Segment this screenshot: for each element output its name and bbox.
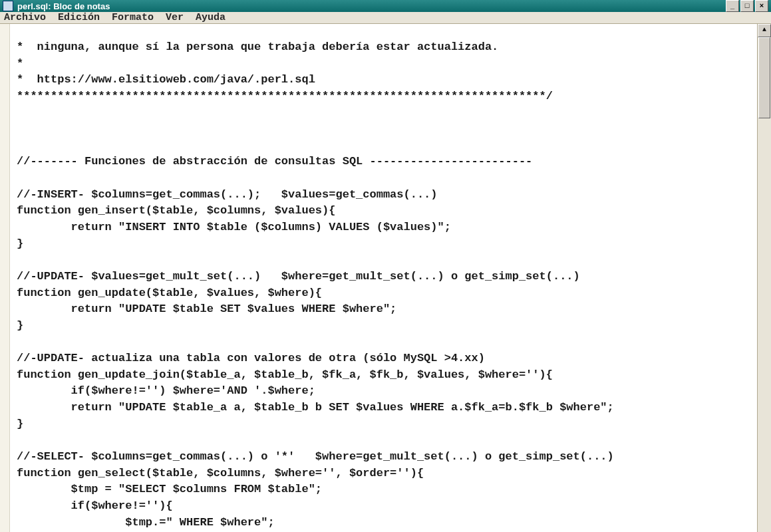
menu-edit[interactable]: Edición	[58, 12, 100, 23]
app-icon	[3, 1, 13, 11]
menu-view[interactable]: Ver	[166, 12, 184, 23]
scroll-track[interactable]	[758, 37, 771, 532]
menu-help[interactable]: Ayuda	[196, 12, 226, 23]
window-title: perl.sql: Bloc de notas	[17, 1, 110, 11]
scroll-thumb[interactable]	[758, 37, 770, 118]
menu-format[interactable]: Formato	[112, 12, 154, 23]
menu-bar: Archivo Edición Formato Ver Ayuda	[0, 12, 771, 24]
title-bar[interactable]: perl.sql: Bloc de notas _ □ ×	[0, 0, 771, 12]
maximize-button[interactable]: □	[740, 0, 754, 12]
scroll-up-button[interactable]: ▲	[758, 24, 771, 37]
client-area: * ninguna, aunque sí la persona que trab…	[0, 24, 771, 532]
minimize-button[interactable]: _	[726, 0, 739, 12]
left-margin	[0, 24, 10, 532]
window-controls: _ □ ×	[726, 0, 768, 12]
app-window: perl.sql: Bloc de notas _ □ × Archivo Ed…	[0, 0, 771, 532]
vertical-scrollbar[interactable]: ▲ ▼	[757, 24, 771, 532]
menu-file[interactable]: Archivo	[4, 12, 46, 23]
text-editor[interactable]: * ninguna, aunque sí la persona que trab…	[10, 35, 757, 532]
close-button[interactable]: ×	[755, 0, 768, 12]
